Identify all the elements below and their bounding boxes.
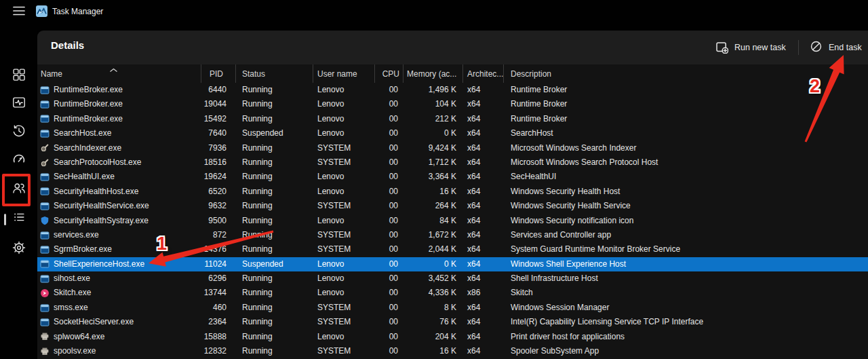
cell-status: Running [236,344,313,358]
window-icon [40,303,50,313]
cell-desc: Microsoft Windows Search Indexer [504,141,868,155]
cell-cpu: 00 [375,271,403,286]
table-row[interactable]: Skitch.exe13744RunningLenovo004,336 Kx86… [37,286,868,300]
processes-grid-icon [12,67,26,85]
toolbar-separator [798,40,799,55]
nav-menu-button[interactable] [9,3,29,21]
column-header-mem[interactable]: Memory (ac... [403,64,463,83]
cell-mem: 8 K [403,301,463,315]
cell-desc: Skitch [504,286,868,300]
cell-cpu: 00 [375,141,403,155]
cell-desc: Print driver host for applications [504,330,868,344]
startup-gauge-icon [12,152,26,170]
cell-mem: 204 K [403,330,463,344]
process-name: SecHealthUI.exe [54,170,115,184]
cell-status: Running [236,83,313,97]
cell-arch: x64 [463,126,504,140]
table-row[interactable]: SocketHeciServer.exe2364RunningSYSTEM007… [37,315,868,329]
process-name-cell: SecHealthUI.exe [37,170,201,184]
cell-cpu: 00 [375,257,403,271]
table-row[interactable]: SgrmBroker.exe14376RunningSYSTEM002,044 … [37,242,868,257]
sidebar-item-performance[interactable] [10,95,28,113]
sidebar-item-app-history[interactable] [10,124,28,141]
cell-pid: 12832 [201,344,236,358]
table-row[interactable]: RuntimeBroker.exe15492RunningLenovo00212… [37,112,868,126]
cell-mem: 16 K [403,344,463,358]
cell-user: Lenovo [313,257,375,271]
cell-pid: 19044 [201,97,236,111]
end-task-button[interactable]: End task [804,37,867,58]
column-label: PID [210,69,223,79]
cell-user: SYSTEM [313,315,375,329]
cell-pid: 6296 [201,271,236,286]
cell-pid: 13744 [201,286,236,300]
column-header-user[interactable]: User name [313,64,375,83]
column-header-name[interactable]: Name [37,64,201,83]
cell-status: Running [236,199,313,213]
window-icon [40,245,50,254]
sidebar-item-details[interactable] [10,210,28,227]
cell-mem: 104 K [403,97,463,111]
cell-cpu: 00 [375,155,403,170]
cell-desc: Windows Security notification icon [504,214,868,228]
column-header-pid[interactable]: PID [201,64,236,83]
cell-pid: 872 [201,228,236,242]
sidebar-item-processes[interactable] [10,67,28,85]
table-row[interactable]: spoolsv.exe12832RunningSYSTEM0016 Kx64Sp… [37,344,868,358]
cell-arch: x64 [463,185,504,199]
table-row[interactable]: SearchProtocolHost.exe18516RunningSYSTEM… [37,155,868,170]
cell-pid: 2364 [201,315,236,329]
column-header-desc[interactable]: Description [504,64,868,83]
sidebar-item-users[interactable] [10,181,28,198]
cell-cpu: 00 [375,214,403,228]
process-name-cell: RuntimeBroker.exe [37,112,201,126]
cell-cpu: 00 [375,112,403,126]
cell-status: Running [236,271,313,286]
table-row[interactable]: SecurityHealthService.exe9632RunningSYST… [37,199,868,213]
cell-mem: 3,364 K [403,170,463,184]
cell-pid: 19624 [201,170,236,184]
cell-mem: 1,496 K [403,83,463,97]
process-name-cell: Skitch.exe [37,286,201,300]
cell-pid: 7936 [201,141,236,155]
sidebar-item-services[interactable] [10,240,28,258]
column-header-status[interactable]: Status [236,64,313,83]
app-title: Task Manager [52,7,103,16]
table-row[interactable]: sihost.exe6296RunningLenovo003,452 Kx64S… [37,271,868,286]
cell-arch: x64 [463,315,504,329]
table-row[interactable]: SearchIndexer.exe7936RunningSYSTEM009,42… [37,141,868,155]
table-row[interactable]: SearchHost.exe7640SuspendedLenovo000 Kx6… [37,126,868,140]
run-new-task-button[interactable]: Run new task [709,37,791,58]
process-name-cell: services.exe [37,228,201,242]
column-label: Name [41,69,62,79]
table-row[interactable]: RuntimeBroker.exe19044RunningLenovo00104… [37,97,868,111]
process-name: SocketHeciServer.exe [54,315,134,329]
window-icon [40,129,50,138]
table-row[interactable]: services.exe872RunningSYSTEM001,672 Kx64… [37,228,868,242]
column-header-arch[interactable]: Architec... [463,64,504,83]
cell-cpu: 00 [375,170,403,184]
cell-status: Running [236,228,313,242]
sidebar-selection-indicator [4,214,6,225]
cell-desc: Runtime Broker [504,83,868,97]
column-header-cpu[interactable]: CPU [375,64,403,83]
cell-cpu: 00 [375,301,403,315]
table-row[interactable]: SecurityHealthSystray.exe9500RunningLeno… [37,214,868,228]
cell-pid: 460 [201,301,236,315]
cell-user: Lenovo [313,286,375,300]
cell-mem: 16 K [403,185,463,199]
table-row[interactable]: RuntimeBroker.exe6440RunningLenovo001,49… [37,83,868,97]
table-row[interactable]: SecHealthUI.exe19624RunningLenovo003,364… [37,170,868,184]
window-icon [40,86,50,95]
table-row[interactable]: smss.exe460RunningSYSTEM008 Kx64Windows … [37,301,868,315]
table-row[interactable]: SecurityHealthHost.exe6520RunningLenovo0… [37,185,868,199]
process-name: splwow64.exe [54,330,104,344]
sidebar-item-startup-apps[interactable] [10,152,28,170]
table-row[interactable]: ShellExperienceHost.exe11024SuspendedLen… [37,257,868,271]
performance-pulse-icon [12,95,26,113]
table-row[interactable]: splwow64.exe15888RunningLenovo00204 Kx64… [37,330,868,344]
cell-desc: Runtime Broker [504,97,868,111]
cell-desc: Microsoft Windows Search Protocol Host [504,155,868,170]
cell-pid: 9500 [201,214,236,228]
cell-user: SYSTEM [313,301,375,315]
